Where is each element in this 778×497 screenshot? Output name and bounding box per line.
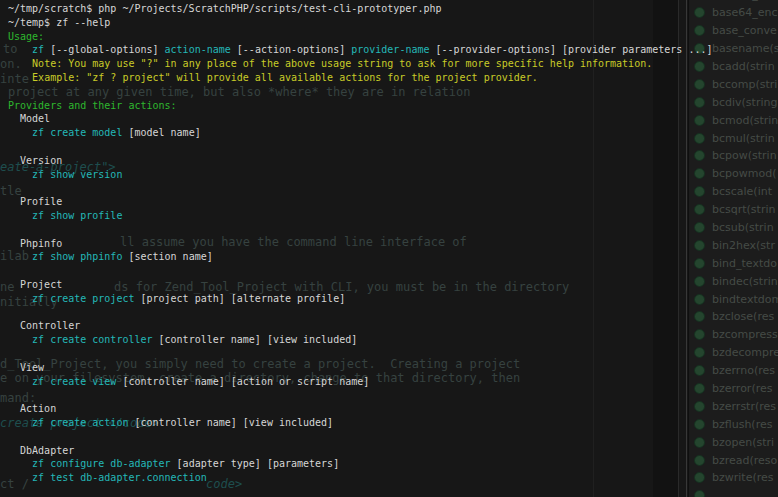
terminal-text-segment: zf create controller [32, 334, 152, 345]
terminal-text-segment: zf test db-adapter.connection [32, 472, 207, 483]
terminal-text-segment: [section name] [122, 251, 212, 262]
terminal-output: ~/tmp/scratch$ php ~/Projects/ScratchPHP… [8, 2, 778, 485]
terminal-line [8, 223, 778, 237]
terminal-text-segment: [--action-options] [231, 44, 351, 55]
terminal-text-segment: View [8, 362, 44, 373]
terminal-line: Providers and their actions: [8, 99, 778, 113]
terminal-text-segment [8, 376, 32, 387]
terminal-text-segment: ~/temp$ zf --help [8, 17, 110, 28]
terminal-text-segment [8, 389, 14, 400]
terminal-line: Profile [8, 195, 778, 209]
terminal-text-segment: Profile [8, 196, 62, 207]
terminal-line [8, 264, 778, 278]
terminal-text-segment: zf show version [32, 169, 122, 180]
terminal-text-segment: zf create model [32, 127, 122, 138]
terminal-text-segment: [controller name] [view included] [128, 417, 333, 428]
terminal-text-segment [8, 348, 14, 359]
terminal-text-segment: zf create action [32, 417, 128, 428]
terminal-text-segment: Controller [8, 320, 80, 331]
terminal-line: zf [--global-options] action-name [--act… [8, 43, 778, 57]
terminal-text-segment [8, 44, 32, 55]
terminal-text-segment: [model name] [122, 127, 200, 138]
terminal-text-segment [8, 265, 14, 276]
terminal-text-segment [8, 431, 14, 442]
terminal-line: Usage: [8, 30, 778, 44]
terminal-text-segment: zf show phpinfo [32, 251, 122, 262]
terminal-text-segment [8, 224, 14, 235]
terminal-window[interactable]: ~/tmp/scratch$ php ~/Projects/ScratchPHP… [0, 0, 778, 497]
terminal-line: Example: "zf ? project" will provide all… [8, 71, 778, 85]
terminal-text-segment: zf show profile [32, 210, 122, 221]
terminal-line: zf show phpinfo [section name] [8, 250, 778, 264]
terminal-text-segment: ~/tmp/scratch$ php ~/Projects/ScratchPHP… [8, 3, 441, 14]
terminal-text-segment [8, 472, 32, 483]
terminal-line: Note: You may use "?" in any place of th… [8, 57, 778, 71]
terminal-text-segment [8, 251, 32, 262]
terminal-line: zf create view [controller name] [action… [8, 375, 778, 389]
terminal-text-segment: Example: "zf ? project" will provide all… [32, 72, 538, 83]
terminal-text-segment: provider-name [351, 44, 429, 55]
terminal-text-segment [8, 307, 14, 318]
terminal-text-segment [8, 127, 32, 138]
terminal-text-segment: Model [8, 113, 50, 124]
terminal-text-segment: [project path] [alternate profile] [134, 293, 345, 304]
terminal-text-segment: [--provider-options] [provider parameter… [430, 44, 713, 55]
terminal-text-segment: zf create view [32, 376, 116, 387]
terminal-text-segment: Phpinfo [8, 238, 62, 249]
terminal-line [8, 85, 778, 99]
terminal-text-segment: zf [32, 44, 44, 55]
terminal-line: zf configure db-adapter [adapter type] [… [8, 457, 778, 471]
terminal-text-segment: Project [8, 279, 62, 290]
terminal-line: Model [8, 112, 778, 126]
terminal-text-segment: Providers and their actions: [8, 100, 177, 111]
terminal-text-segment [8, 334, 32, 345]
terminal-line: Version [8, 154, 778, 168]
terminal-text-segment: [controller name] [view included] [153, 334, 358, 345]
terminal-text-segment [8, 182, 14, 193]
screen: toon.inteproject at any given time, but … [0, 0, 778, 497]
terminal-line [8, 140, 778, 154]
terminal-line: zf test db-adapter.connection [8, 471, 778, 485]
terminal-text-segment: [--global-options] [44, 44, 164, 55]
terminal-text-segment [8, 72, 32, 83]
terminal-line: DbAdapter [8, 444, 778, 458]
terminal-line: ~/temp$ zf --help [8, 16, 778, 30]
terminal-text-segment: Usage: [8, 31, 44, 42]
terminal-line: Project [8, 278, 778, 292]
terminal-line: Controller [8, 319, 778, 333]
terminal-text-segment: [adapter type] [parameters] [171, 458, 340, 469]
terminal-text-segment: Version [8, 155, 62, 166]
terminal-text-segment: action-name [165, 44, 231, 55]
terminal-line: View [8, 361, 778, 375]
terminal-text-segment: zf create project [32, 293, 134, 304]
terminal-line [8, 181, 778, 195]
terminal-text-segment [8, 86, 14, 97]
terminal-line [8, 388, 778, 402]
terminal-text-segment: Action [8, 403, 56, 414]
terminal-line: zf show profile [8, 209, 778, 223]
terminal-text-segment: DbAdapter [8, 445, 74, 456]
terminal-text-segment [8, 210, 32, 221]
terminal-text-segment [8, 417, 32, 428]
terminal-line [8, 430, 778, 444]
terminal-line: ~/tmp/scratch$ php ~/Projects/ScratchPHP… [8, 2, 778, 16]
terminal-text-segment [8, 141, 14, 152]
terminal-line [8, 306, 778, 320]
terminal-line [8, 347, 778, 361]
terminal-text-segment: zf configure db-adapter [32, 458, 170, 469]
terminal-line: zf create controller [controller name] [… [8, 333, 778, 347]
terminal-line: Action [8, 402, 778, 416]
terminal-text-segment [8, 293, 32, 304]
terminal-text-segment [8, 58, 32, 69]
terminal-line: Phpinfo [8, 237, 778, 251]
terminal-line: zf show version [8, 168, 778, 182]
terminal-line: zf create project [project path] [altern… [8, 292, 778, 306]
terminal-line: zf create model [model name] [8, 126, 778, 140]
terminal-text-segment: Note: You may use "?" in any place of th… [32, 58, 652, 69]
terminal-text-segment: [controller name] [action or script name… [116, 376, 369, 387]
terminal-text-segment [8, 169, 32, 180]
terminal-line: zf create action [controller name] [view… [8, 416, 778, 430]
terminal-text-segment [8, 458, 32, 469]
